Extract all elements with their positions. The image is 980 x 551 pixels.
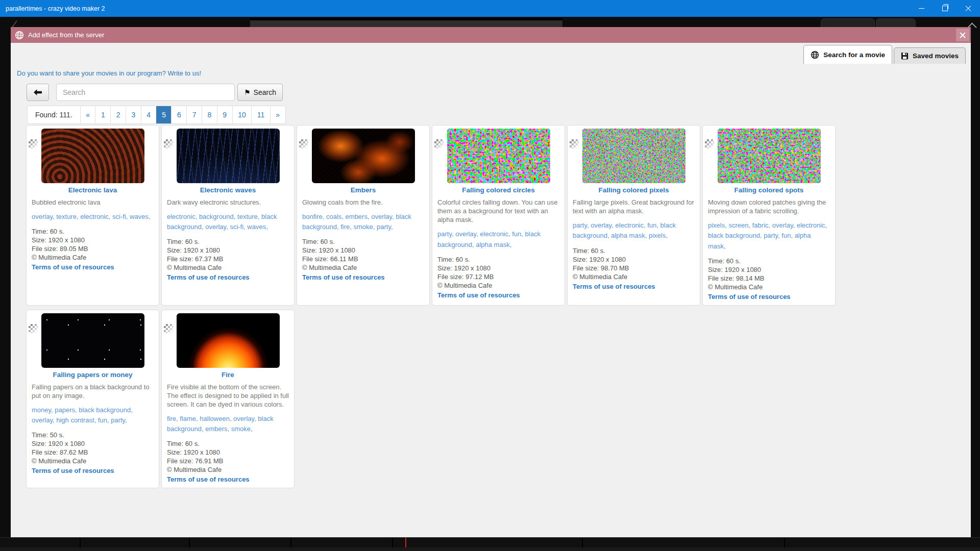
tag-link[interactable]: electronic bbox=[615, 221, 644, 229]
page-link[interactable]: 7 bbox=[186, 106, 202, 123]
page-link[interactable]: 9 bbox=[217, 106, 232, 123]
tag-link[interactable]: electronic bbox=[80, 213, 109, 220]
page-link[interactable]: 8 bbox=[202, 106, 217, 123]
tag-link[interactable]: electronic bbox=[797, 221, 825, 229]
tag-link[interactable]: pixels bbox=[649, 232, 666, 239]
tag-link[interactable]: texture bbox=[237, 213, 258, 220]
tag-link[interactable]: overlay bbox=[32, 416, 53, 424]
tag-link[interactable]: alpha mask bbox=[611, 232, 645, 239]
back-button[interactable] bbox=[27, 84, 49, 101]
transparency-checker-icon bbox=[164, 139, 173, 148]
tag-link[interactable]: embers bbox=[205, 425, 227, 433]
tag-link[interactable]: overlay bbox=[233, 415, 254, 422]
page-current[interactable]: 5 bbox=[156, 106, 172, 123]
effect-thumbnail[interactable] bbox=[718, 129, 821, 183]
effect-description: Dark wavy electronic structures. bbox=[167, 198, 289, 207]
terms-link[interactable]: Terms of use of resources bbox=[32, 263, 114, 271]
page-link[interactable]: 11 bbox=[251, 106, 270, 123]
effect-thumbnail[interactable] bbox=[582, 129, 685, 183]
tag-link[interactable]: overlay bbox=[32, 213, 53, 220]
tag-link[interactable]: fun bbox=[647, 221, 656, 229]
tag-link[interactable]: sci-fi bbox=[112, 213, 126, 220]
terms-link[interactable]: Terms of use of resources bbox=[32, 467, 114, 474]
effect-thumbnail[interactable] bbox=[177, 313, 280, 368]
tag-link[interactable]: pixels bbox=[708, 221, 725, 229]
page-link[interactable]: 10 bbox=[232, 106, 252, 123]
tag-link[interactable]: black background bbox=[79, 406, 131, 414]
effect-title-link[interactable]: Falling colored circles bbox=[437, 186, 559, 194]
effect-title-link[interactable]: Electronic lava bbox=[32, 186, 154, 194]
tag-link[interactable]: overlay bbox=[591, 221, 611, 229]
tag-link[interactable]: overlay bbox=[772, 221, 793, 229]
tag-link[interactable]: overlay bbox=[205, 223, 226, 231]
terms-link[interactable]: Terms of use of resources bbox=[437, 291, 520, 299]
search-button[interactable]: ⚑ Search bbox=[237, 84, 283, 101]
tag-link[interactable]: fabric bbox=[752, 221, 769, 229]
search-input[interactable] bbox=[56, 84, 235, 101]
tag-link[interactable]: embers bbox=[346, 213, 368, 220]
tag-link[interactable]: electronic bbox=[167, 213, 195, 220]
tag-link[interactable]: bonfire bbox=[302, 213, 323, 220]
terms-link[interactable]: Terms of use of resources bbox=[302, 273, 385, 281]
close-window-button[interactable] bbox=[957, 0, 980, 17]
terms-link[interactable]: Terms of use of resources bbox=[167, 475, 250, 483]
page-link[interactable]: 2 bbox=[110, 106, 126, 123]
share-link[interactable]: Do you want to share your movies in our … bbox=[17, 69, 201, 77]
page-link[interactable]: 3 bbox=[126, 106, 141, 123]
terms-link[interactable]: Terms of use of resources bbox=[708, 293, 791, 300]
tag-link[interactable]: fun bbox=[512, 230, 521, 238]
effect-thumbnail[interactable] bbox=[447, 129, 550, 183]
tag-link[interactable]: electronic bbox=[480, 230, 508, 238]
page-link[interactable]: 1 bbox=[95, 106, 110, 123]
effect-title-link[interactable]: Electronic waves bbox=[167, 186, 289, 194]
effect-thumbnail[interactable] bbox=[312, 129, 415, 183]
terms-link[interactable]: Terms of use of resources bbox=[167, 273, 250, 281]
tag-link[interactable]: fire bbox=[340, 223, 350, 231]
tag-link[interactable]: party bbox=[377, 223, 391, 231]
effect-thumbnail[interactable] bbox=[41, 313, 144, 368]
tag-link[interactable]: flame bbox=[180, 415, 196, 422]
tag-link[interactable]: coals bbox=[326, 213, 341, 220]
effect-title-link[interactable]: Fire bbox=[167, 371, 289, 379]
dialog-close-button[interactable] bbox=[956, 29, 969, 41]
tag-link[interactable]: halloween bbox=[200, 415, 230, 422]
tag-link[interactable]: party bbox=[573, 221, 587, 229]
tag-link[interactable]: papers bbox=[55, 406, 75, 414]
tag-link[interactable]: screen bbox=[728, 221, 748, 229]
page-link[interactable]: » bbox=[270, 106, 285, 123]
tag-link[interactable]: party bbox=[764, 232, 778, 239]
tab-search-for-a-movie[interactable]: Search for a movie bbox=[803, 45, 892, 64]
page-link[interactable]: 6 bbox=[171, 106, 186, 123]
effect-title-link[interactable]: Falling colored spots bbox=[708, 186, 830, 194]
tag-link[interactable]: overlay bbox=[455, 230, 476, 238]
page-link[interactable]: « bbox=[80, 106, 95, 123]
tag-link[interactable]: fun bbox=[98, 416, 107, 424]
effect-thumbnail[interactable] bbox=[41, 129, 144, 183]
tag-link[interactable]: high contrast bbox=[56, 416, 94, 424]
effect-title-link[interactable]: Falling colored pixels bbox=[573, 186, 695, 194]
tag-link[interactable]: party bbox=[437, 230, 452, 238]
tag-link[interactable]: alpha mask bbox=[476, 241, 509, 248]
page-link[interactable]: 4 bbox=[141, 106, 156, 123]
tag-link[interactable]: black background bbox=[708, 232, 760, 239]
effect-title-link[interactable]: Falling papers or money bbox=[32, 371, 154, 379]
tag-link[interactable]: money bbox=[32, 406, 51, 414]
tag-link[interactable]: waves bbox=[130, 213, 149, 220]
tab-saved-movies[interactable]: Saved movies bbox=[894, 47, 966, 64]
tag-link[interactable]: background bbox=[199, 213, 234, 220]
tag-link[interactable]: fun bbox=[781, 232, 791, 239]
tag-link[interactable]: sci-fi bbox=[230, 223, 243, 231]
tag-link[interactable]: fire bbox=[167, 415, 176, 422]
minimize-button[interactable] bbox=[910, 0, 933, 17]
restore-button[interactable] bbox=[933, 0, 957, 17]
effect-card: Electronic waves Dark wavy electronic st… bbox=[161, 125, 295, 306]
effect-title-link[interactable]: Embers bbox=[302, 186, 424, 194]
tag-link[interactable]: overlay bbox=[371, 213, 392, 220]
effect-thumbnail[interactable] bbox=[177, 129, 280, 183]
tag-link[interactable]: waves bbox=[247, 223, 266, 231]
tag-link[interactable]: smoke bbox=[231, 425, 251, 433]
tag-link[interactable]: party bbox=[111, 416, 125, 424]
terms-link[interactable]: Terms of use of resources bbox=[573, 283, 655, 290]
tag-link[interactable]: smoke bbox=[353, 223, 373, 231]
tag-link[interactable]: texture bbox=[56, 213, 77, 220]
